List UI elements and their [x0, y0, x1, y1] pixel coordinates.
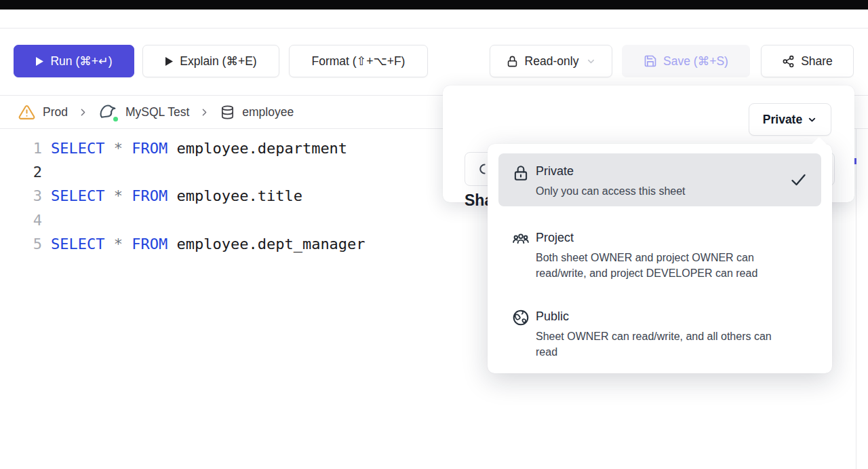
sql-editor[interactable]: 1 SELECT * FROM employee.department 2 3 … [0, 136, 441, 256]
menu-option-public[interactable]: Public Sheet OWNER can read/write, and a… [498, 308, 821, 360]
top-black-bar [0, 0, 868, 10]
save-button[interactable]: Save (⌘+S) [622, 45, 750, 77]
link-access-selected-value: Private [763, 113, 802, 127]
sql-operator: * [114, 236, 132, 252]
database-name: employee [242, 105, 294, 119]
line-number: 1 [0, 140, 42, 157]
run-button[interactable]: Run (⌘+↵) [14, 45, 134, 77]
code-line: 1 SELECT * FROM employee.department [0, 136, 441, 160]
menu-option-title: Project [536, 229, 778, 246]
sql-keyword: SELECT [51, 187, 114, 204]
sql-identifier: employee.title [176, 187, 302, 204]
format-button[interactable]: Format (⇧+⌥+F) [289, 45, 428, 77]
sql-identifier: employee.dept_manager [176, 236, 365, 252]
sql-operator: * [114, 140, 132, 157]
menu-option-project[interactable]: Project Both sheet OWNER and project OWN… [498, 229, 821, 281]
play-icon [35, 56, 44, 67]
line-number: 4 [0, 212, 42, 229]
toolbar-top-divider [0, 28, 868, 29]
users-icon [512, 229, 530, 281]
explain-button-label: Explain (⌘+E) [180, 54, 256, 69]
instance-status-dot [112, 115, 119, 123]
breadcrumb-database[interactable]: employee [220, 105, 294, 120]
line-number-active: 2 [0, 164, 42, 181]
menu-option-desc: Sheet OWNER can read/write, and all othe… [536, 329, 778, 360]
sql-identifier: employee.department [176, 140, 347, 157]
sql-operator: * [114, 187, 132, 204]
share-button[interactable]: Share [761, 45, 854, 77]
line-number: 3 [0, 187, 42, 204]
link-access-dropdown[interactable]: Private [749, 103, 831, 136]
run-button-label: Run (⌘+↵) [50, 54, 112, 69]
sql-keyword: SELECT [51, 140, 114, 157]
readonly-mode-dropdown[interactable]: Read-only [490, 45, 612, 77]
share-button-label: Share [801, 54, 833, 69]
warning-triangle-icon [18, 104, 36, 121]
chevron-down-icon [586, 56, 596, 67]
breadcrumb-instance[interactable]: MySQL Test [98, 102, 189, 122]
share-icon [782, 55, 795, 68]
save-button-label: Save (⌘+S) [663, 54, 728, 69]
line-number: 5 [0, 236, 42, 252]
readonly-label: Read-only [525, 54, 579, 69]
globe-icon [512, 308, 530, 360]
code-line: 4 [0, 208, 441, 232]
sql-editor-screen: Run (⌘+↵) Explain (⌘+E) Format (⇧+⌥+F) R… [0, 0, 868, 469]
instance-name: MySQL Test [125, 105, 189, 119]
mysql-dolphin-icon [98, 102, 119, 122]
chevron-right-icon [77, 107, 89, 118]
code-line: 2 [0, 160, 441, 184]
play-icon [165, 56, 174, 67]
explain-button[interactable]: Explain (⌘+E) [142, 45, 279, 77]
menu-option-desc: Both sheet OWNER and project OWNER can r… [536, 250, 778, 281]
code-line: 5 SELECT * FROM employee.dept_manager [0, 232, 441, 256]
menu-option-title: Private [536, 163, 778, 179]
right-panel-divider [856, 95, 856, 469]
sql-keyword: FROM [132, 187, 176, 204]
format-button-label: Format (⇧+⌥+F) [312, 54, 406, 69]
chevron-down-icon [807, 115, 817, 125]
link-access-menu: Private Only you can access this sheet P… [488, 144, 832, 373]
sql-keyword: FROM [132, 236, 176, 252]
lock-icon [512, 163, 530, 199]
menu-option-desc: Only you can access this sheet [536, 183, 778, 199]
breadcrumb-environment[interactable]: Prod [18, 104, 68, 121]
environment-name: Prod [43, 105, 68, 119]
menu-option-title: Public [536, 308, 778, 324]
sql-keyword: SELECT [51, 236, 114, 252]
menu-option-private[interactable]: Private Only you can access this sheet [498, 153, 821, 206]
save-floppy-icon [644, 54, 657, 68]
lock-icon [506, 55, 519, 68]
database-icon [220, 105, 235, 120]
code-line: 3 SELECT * FROM employee.title [0, 184, 441, 208]
check-icon [789, 172, 808, 191]
chevron-right-icon [199, 107, 210, 118]
sql-keyword: FROM [132, 140, 176, 157]
